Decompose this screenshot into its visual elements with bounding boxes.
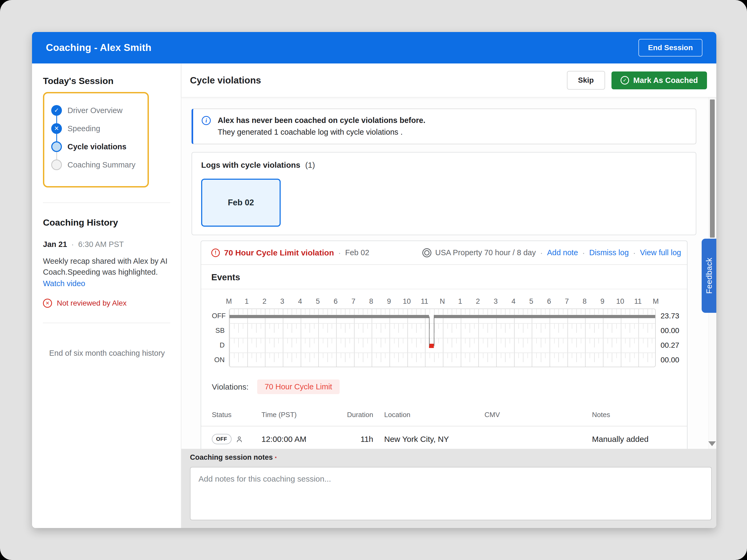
sidebar: Today's Session Driver Overview Speeding <box>32 63 181 528</box>
segment-connector <box>434 317 434 346</box>
section-toolbar: Cycle violations Skip Mark As Coached <box>181 63 716 97</box>
violations-label: Violations: <box>212 382 249 392</box>
coaching-window: Coaching - Alex Smith End Session Today'… <box>32 32 716 528</box>
feedback-tab-label: Feedback <box>704 258 714 294</box>
duty-status-chart: M1234567891011N1234567891011M OFFSBDON <box>212 297 687 367</box>
violation-date: Feb 02 <box>345 248 369 257</box>
step-driver-overview[interactable]: Driver Overview <box>51 101 141 119</box>
axis-label: 4 <box>511 297 515 305</box>
section-content: Alex has never been coached on cycle vio… <box>181 97 716 449</box>
status-badge: OFF <box>212 434 232 444</box>
axis-label: 3 <box>494 297 497 305</box>
dot-separator: · <box>583 248 585 257</box>
bullseye-icon <box>422 248 431 257</box>
duty-segment <box>434 315 655 318</box>
col-cmv: CMV <box>485 407 592 426</box>
axis-label: 8 <box>583 297 587 305</box>
log-date-tab[interactable]: Feb 02 <box>201 179 281 227</box>
violations-row: Violations: 70 Hour Cycle Limit <box>212 379 687 394</box>
upcoming-step-icon <box>51 159 62 170</box>
scrollbar-thumb[interactable] <box>710 100 715 238</box>
row-label: OFF <box>212 309 229 323</box>
required-asterisk: * <box>275 456 277 460</box>
watch-video-link[interactable]: Watch video <box>43 279 85 288</box>
step-connector <box>56 152 57 160</box>
chart-row-labels: OFFSBDON <box>212 309 229 367</box>
dot-separator: · <box>338 248 341 257</box>
chart-grid <box>229 309 656 367</box>
axis-label: N <box>440 297 445 305</box>
view-full-log-link[interactable]: View full log <box>640 248 681 257</box>
todays-session-heading: Today's Session <box>43 76 170 86</box>
end-of-history-label: End of six month coaching history <box>43 349 171 357</box>
violation-badge: 70 Hour Cycle Limit <box>257 379 340 394</box>
events-table: Status Time (PST) Duration Location CMV … <box>201 407 687 449</box>
col-status: Status <box>212 407 261 426</box>
cell-location: New York City, NY <box>373 427 485 449</box>
axis-label: 10 <box>403 297 411 305</box>
main-panel: Cycle violations Skip Mark As Coached <box>181 63 716 528</box>
step-cycle-violations[interactable]: Cycle violations <box>51 138 141 156</box>
step-speeding[interactable]: Speeding <box>51 119 141 138</box>
axis-label: 6 <box>547 297 551 305</box>
axis-label: 11 <box>421 297 428 305</box>
divider <box>43 203 170 203</box>
x-circle-icon <box>43 299 52 308</box>
col-location: Location <box>373 407 485 426</box>
axis-label: 6 <box>334 297 337 305</box>
page-title: Coaching - Alex Smith <box>46 42 151 53</box>
axis-label: 4 <box>298 297 302 305</box>
x-circle-icon <box>51 123 62 134</box>
violation-title: 70 Hour Cycle Limit violation <box>224 248 334 257</box>
history-entry-time: 6:30 AM PST <box>78 240 124 248</box>
dot-separator: · <box>71 240 74 248</box>
add-note-link[interactable]: Add note <box>547 248 578 257</box>
axis-label: 7 <box>351 297 355 305</box>
chart-axis: M1234567891011N1234567891011M <box>229 297 656 309</box>
axis-label: M <box>226 297 232 305</box>
info-icon <box>202 116 211 125</box>
axis-label: 2 <box>476 297 480 305</box>
app-header: Coaching - Alex Smith End Session <box>32 32 716 63</box>
axis-label: 3 <box>280 297 284 305</box>
not-reviewed-status: Not reviewed by Alex <box>43 299 170 308</box>
axis-label: M <box>653 297 659 305</box>
scroll-down-arrow[interactable] <box>708 441 716 446</box>
axis-label: 2 <box>262 297 266 305</box>
axis-label: 5 <box>316 297 320 305</box>
axis-label: 8 <box>369 297 373 305</box>
ruleset-label: USA Property 70 hour / 8 day <box>435 248 536 257</box>
history-entry-meta: Jan 21 · 6:30 AM PST <box>43 240 170 249</box>
mark-as-coached-button[interactable]: Mark As Coached <box>612 72 707 89</box>
logs-card-title: Logs with cycle violations <box>201 161 301 169</box>
axis-label: 9 <box>600 297 604 305</box>
skip-button[interactable]: Skip <box>567 71 605 89</box>
check-circle-icon <box>51 105 62 116</box>
row-total: 00.00 <box>656 352 688 367</box>
row-total: 00.00 <box>656 323 688 338</box>
feedback-tab[interactable]: Feedback <box>702 239 716 313</box>
segment-connector <box>429 317 430 346</box>
notes-label: Coaching session notes <box>190 453 273 461</box>
axis-label: 1 <box>244 297 249 305</box>
cell-cmv <box>485 432 592 447</box>
row-label: SB <box>212 323 229 338</box>
step-connector <box>56 116 57 124</box>
session-steps-highlight-box: Driver Overview Speeding Cycle violation… <box>43 92 149 187</box>
grid-row-sb <box>229 324 655 339</box>
end-session-button[interactable]: End Session <box>638 39 702 56</box>
dismiss-log-link[interactable]: Dismiss log <box>589 248 629 257</box>
axis-label: 10 <box>616 297 624 305</box>
step-coaching-summary[interactable]: Coaching Summary <box>51 156 141 174</box>
chart-totals: 23.7300.0000.2700.00 <box>656 309 688 367</box>
logs-card: Logs with cycle violations (1) Feb 02 <box>191 152 696 235</box>
step-connector <box>56 134 57 141</box>
coaching-notes-input[interactable] <box>190 467 712 520</box>
cell-notes: Manually added <box>592 427 687 449</box>
col-duration: Duration <box>323 407 373 426</box>
axis-label: 9 <box>387 297 391 305</box>
logs-count: (1) <box>305 161 315 169</box>
violation-segment <box>429 344 434 348</box>
row-total: 23.73 <box>656 309 688 323</box>
row-label: ON <box>212 352 229 367</box>
